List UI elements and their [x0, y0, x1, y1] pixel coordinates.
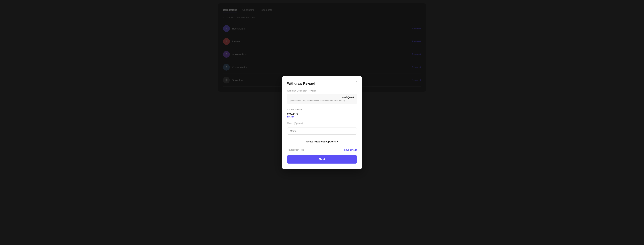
- modal-title: Withdraw Reward: [287, 82, 357, 85]
- fee-row: Transaction Fee 0.005 BAND: [287, 149, 357, 151]
- chevron-down-icon: ▾: [337, 140, 338, 143]
- memo-section: Memo (Optional): [287, 122, 357, 135]
- transaction-fee-value: 0.005 BAND: [344, 149, 357, 151]
- advanced-options-label: Show Advanced Options: [306, 140, 336, 143]
- show-advanced-options-button[interactable]: Show Advanced Options ▾: [287, 138, 357, 145]
- modal-close-button[interactable]: ×: [354, 80, 359, 84]
- modal-overlay: × Withdraw Reward Withdraw Delegation Re…: [0, 0, 644, 245]
- withdraw-reward-modal: × Withdraw Reward Withdraw Delegation Re…: [282, 76, 362, 169]
- transaction-fee-label: Transaction Fee: [287, 149, 304, 151]
- validator-info-address: (bandvaloper18aqvecak05emvl3hjff40swq0m6…: [290, 99, 354, 102]
- memo-label: Memo (Optional): [287, 122, 357, 125]
- memo-input[interactable]: [287, 128, 357, 135]
- current-reward-label: Current Reward: [287, 108, 357, 111]
- withdraw-delegation-label: Withdraw Delegation Rewards: [287, 89, 357, 92]
- current-reward-section: Current Reward 0.002477 BAND: [287, 108, 357, 118]
- next-button[interactable]: Next: [287, 155, 357, 164]
- validator-info-box: HashQuark (bandvaloper18aqvecak05emvl3hj…: [287, 94, 357, 104]
- validator-info-name: HashQuark: [290, 96, 354, 99]
- reward-amount: 0.002477: [287, 112, 357, 115]
- reward-denom: BAND: [287, 115, 357, 118]
